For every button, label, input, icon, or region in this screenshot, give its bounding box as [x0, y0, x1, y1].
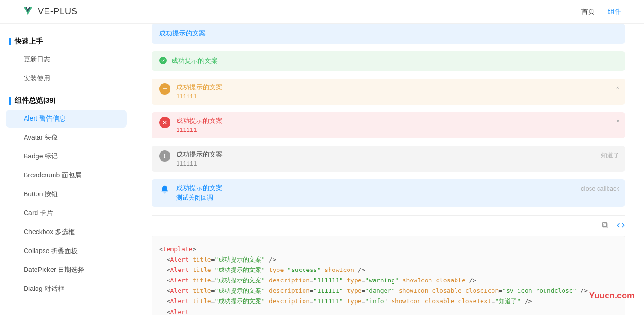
alert-desc: 测试关闭回调 [176, 193, 617, 202]
alert-danger: 成功提示的文案 111111 ● [152, 112, 625, 138]
sidebar: 快速上手 更新日志 安装使用 组件总览(39) Alert 警告信息 Avata… [0, 24, 133, 315]
sidebar-item-button[interactable]: Button 按钮 [6, 185, 127, 203]
sidebar-item-avatar[interactable]: Avatar 头像 [6, 129, 127, 147]
bell-icon [159, 184, 170, 195]
sidebar-item-breadcrumb[interactable]: Breadcrumb 面包屑 [6, 166, 127, 184]
sidebar-item-install[interactable]: 安装使用 [6, 70, 127, 88]
alert-title: 成功提示的文案 [176, 83, 617, 92]
watermark: Yuucn.com [589, 291, 635, 301]
header: VE-PLUS 首页 组件 [0, 0, 644, 24]
alert-title: 成功提示的文案 [176, 117, 617, 125]
sidebar-item-datepicker[interactable]: DatePicker 日期选择 [6, 261, 127, 279]
vue-logo-icon [23, 6, 33, 18]
info-circle-icon: ! [159, 150, 170, 162]
close-icon[interactable]: × [616, 84, 619, 91]
alert-warning: 成功提示的文案 111111 × [152, 79, 625, 105]
sidebar-item-checkbox[interactable]: Checkbox 多选框 [6, 223, 127, 241]
sidebar-item-card[interactable]: Card 卡片 [6, 204, 127, 222]
alert-desc: 111111 [176, 126, 617, 133]
copy-icon[interactable] [601, 221, 609, 230]
alert-desc: 111111 [176, 93, 617, 100]
svg-rect-1 [603, 223, 607, 227]
check-circle-icon [159, 57, 167, 64]
alert-primary: 成功提示的文案 测试关闭回调 close callback [152, 179, 625, 207]
alert-title: 成功提示的文案 [176, 184, 617, 192]
sidebar-item-collapse[interactable]: Collapse 折叠面板 [6, 242, 127, 260]
close-text[interactable]: 知道了 [601, 151, 619, 160]
alert-info: ! 成功提示的文案 111111 知道了 [152, 146, 625, 172]
content: 成功提示的文案 成功提示的文案 成功提示的文案 111111 × 成功提示的文案… [133, 24, 644, 315]
alert-success: 成功提示的文案 [152, 51, 625, 71]
section-overview: 组件总览(39) [0, 92, 133, 109]
sidebar-item-dialog[interactable]: Dialog 对话框 [6, 280, 127, 298]
alert-desc: 111111 [176, 160, 617, 167]
close-text[interactable]: close callback [581, 185, 619, 192]
sidebar-item-changelog[interactable]: 更新日志 [6, 51, 127, 69]
svg-rect-0 [604, 224, 608, 228]
sidebar-item-badge[interactable]: Badge 标记 [6, 148, 127, 166]
nav-links: 首页 组件 [581, 8, 621, 16]
close-circle-icon [159, 117, 170, 128]
nav-home[interactable]: 首页 [581, 8, 595, 16]
section-quickstart: 快速上手 [0, 33, 133, 50]
sidebar-item-alert[interactable]: Alert 警告信息 [6, 110, 127, 128]
alert-title: 成功提示的文案 [159, 29, 206, 38]
code-icon[interactable] [617, 221, 625, 230]
minus-circle-icon [159, 83, 170, 95]
brand-title: VE-PLUS [38, 7, 78, 17]
alert-title: 成功提示的文案 [171, 57, 218, 65]
brand: VE-PLUS [23, 6, 78, 18]
nav-components[interactable]: 组件 [608, 8, 621, 16]
alert-default: 成功提示的文案 [152, 24, 625, 44]
code-toolbar [152, 215, 625, 236]
close-icon[interactable]: ● [617, 118, 619, 123]
code-block: <template> <Alert title="成功提示的文案" /> <Al… [152, 236, 625, 315]
alert-title: 成功提示的文案 [176, 150, 617, 159]
